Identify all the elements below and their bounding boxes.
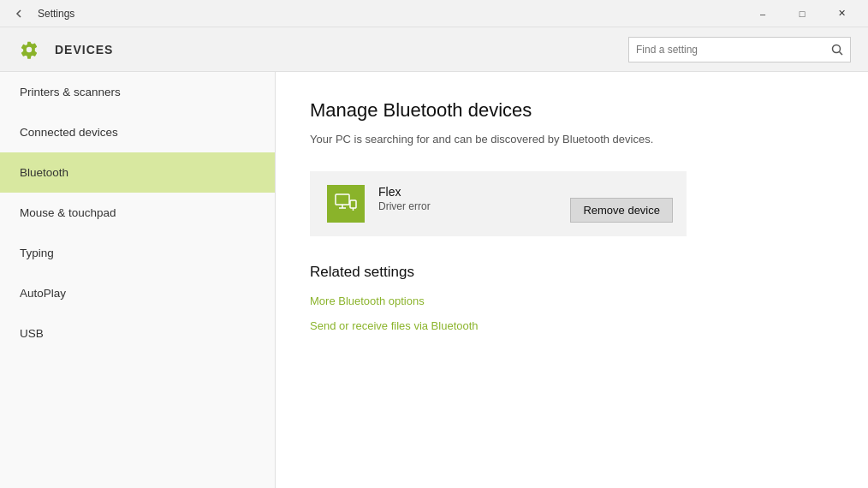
device-card: Flex Driver error Remove device bbox=[310, 171, 687, 236]
svg-line-1 bbox=[840, 51, 843, 55]
send-receive-files-link[interactable]: Send or receive files via Bluetooth bbox=[310, 319, 834, 332]
restore-button[interactable]: □ bbox=[782, 0, 822, 27]
page-title: Manage Bluetooth devices bbox=[310, 99, 834, 122]
window-controls: – □ ✕ bbox=[743, 0, 861, 27]
app-icon bbox=[17, 38, 41, 62]
sidebar-item-typing[interactable]: Typing bbox=[0, 233, 275, 273]
sidebar-item-bluetooth[interactable]: Bluetooth bbox=[0, 152, 275, 193]
device-name: Flex bbox=[378, 185, 669, 199]
sidebar-item-usb[interactable]: USB bbox=[0, 313, 275, 354]
more-bluetooth-options-link[interactable]: More Bluetooth options bbox=[310, 295, 834, 307]
gear-icon bbox=[20, 40, 39, 59]
close-button[interactable]: ✕ bbox=[822, 0, 861, 27]
svg-rect-5 bbox=[350, 200, 356, 208]
search-icon bbox=[831, 44, 843, 56]
search-box[interactable] bbox=[628, 37, 851, 62]
sidebar-item-printers[interactable]: Printers & scanners bbox=[0, 72, 275, 112]
window-title: Settings bbox=[38, 8, 74, 20]
main-layout: Printers & scanners Connected devices Bl… bbox=[0, 72, 868, 488]
app-header: DEVICES bbox=[0, 27, 868, 72]
minimize-button[interactable]: – bbox=[743, 0, 782, 27]
search-input[interactable] bbox=[629, 44, 824, 56]
sidebar-item-connected[interactable]: Connected devices bbox=[0, 112, 275, 152]
titlebar: Settings – □ ✕ bbox=[0, 0, 868, 27]
sidebar-item-autoplay[interactable]: AutoPlay bbox=[0, 273, 275, 313]
remove-device-button[interactable]: Remove device bbox=[570, 198, 673, 223]
device-icon bbox=[327, 185, 365, 223]
search-button[interactable] bbox=[824, 37, 850, 62]
app-title: DEVICES bbox=[55, 43, 113, 57]
svg-point-0 bbox=[833, 45, 841, 52]
titlebar-left: Settings bbox=[7, 2, 74, 26]
sidebar-item-mouse[interactable]: Mouse & touchpad bbox=[0, 193, 275, 233]
related-settings-title: Related settings bbox=[310, 264, 834, 281]
subtitle-text: Your PC is searching for and can be disc… bbox=[310, 132, 834, 147]
sidebar: Printers & scanners Connected devices Bl… bbox=[0, 72, 276, 488]
content-area: Manage Bluetooth devices Your PC is sear… bbox=[276, 72, 868, 488]
svg-rect-2 bbox=[336, 194, 349, 205]
device-type-icon bbox=[334, 192, 358, 216]
back-button[interactable] bbox=[7, 2, 31, 26]
